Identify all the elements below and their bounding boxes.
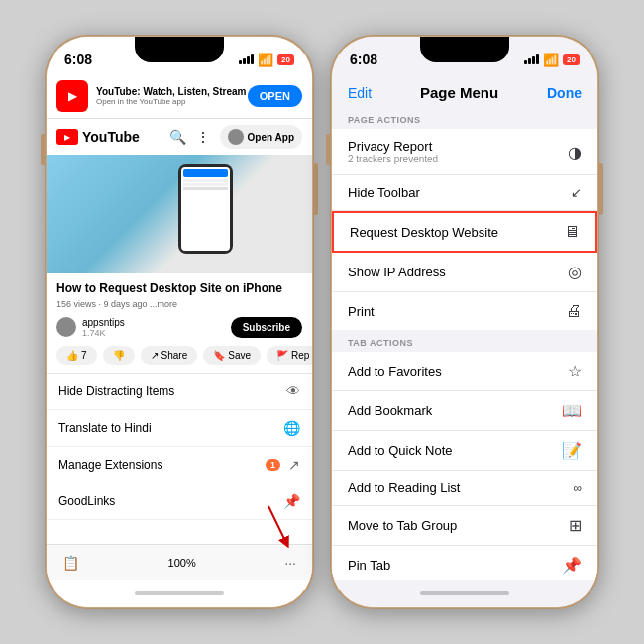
yt-banner-sub: Open in the YouTube app <box>96 97 247 106</box>
page-menu-header: Edit Page Menu Done <box>332 74 597 107</box>
note-icon: 📝 <box>562 441 582 460</box>
page-menu-title: Page Menu <box>420 84 498 101</box>
privacy-report-row[interactable]: Privacy Report 2 trackers prevented ◑ <box>332 129 597 175</box>
home-indicator-right <box>332 580 597 607</box>
pin-icon: 📌 <box>562 556 582 575</box>
list-icon[interactable]: 📋 <box>62 555 79 571</box>
request-desktop-row[interactable]: Request Desktop Website 🖥 <box>332 211 597 253</box>
status-icons-left: 📶 20 <box>239 53 294 67</box>
notch-right <box>420 37 509 62</box>
channel-row: appsntips 1.74K Subscribe <box>47 313 312 342</box>
thumbs-up-icon: 👍 <box>66 350 78 361</box>
star-icon: ☆ <box>568 362 582 380</box>
tab-actions-label: TAB ACTIONS <box>332 330 597 352</box>
privacy-icon: ◑ <box>568 143 582 161</box>
channel-name: appsntips <box>82 317 125 328</box>
video-title: How to Request Desktop Site on iPhone <box>56 281 302 297</box>
add-bookmark-row[interactable]: Add Bookmark 📖 <box>332 391 597 431</box>
arrow-indicator <box>259 501 298 551</box>
channel-avatar <box>56 317 76 337</box>
more-icon[interactable]: ⋮ <box>196 129 210 145</box>
like-button[interactable]: 👍 7 <box>56 346 97 365</box>
yt-header: YouTube 🔍 ⋮ Open App <box>47 119 312 155</box>
bottom-bar: 📋 100% ··· <box>47 544 312 580</box>
pin-tab-row[interactable]: Pin Tab 📌 <box>332 546 597 580</box>
open-app-button[interactable]: Open App <box>220 125 302 149</box>
action-row: 👍 7 👎 ↗ Share 🔖 Save 🚩 <box>47 342 312 369</box>
reading-icon: ∞ <box>573 482 582 495</box>
toolbar-icon: ↙ <box>571 185 582 200</box>
open-app-label: Open App <box>248 132 294 143</box>
status-icons-right: 📶 20 <box>524 53 580 67</box>
translate-icon: 🌐 <box>283 420 300 436</box>
bookmark-icon: 📖 <box>562 401 582 420</box>
youtube-screen: YouTube: Watch, Listen, Stream Open in t… <box>47 74 312 607</box>
tab-group-row[interactable]: Move to Tab Group ⊞ <box>332 506 597 546</box>
tab-group-icon: ⊞ <box>569 516 582 535</box>
hide-distracting-item[interactable]: Hide Distracting Items 👁 <box>47 374 312 410</box>
flag-icon: 🚩 <box>276 350 288 361</box>
yt-banner-title: YouTube: Watch, Listen, Stream <box>96 86 247 97</box>
open-button[interactable]: OPEN <box>248 85 302 107</box>
home-indicator <box>47 580 312 607</box>
status-bar-left: 6:08 📶 20 <box>47 37 312 74</box>
edit-button[interactable]: Edit <box>348 85 372 101</box>
scene: 6:08 📶 20 <box>35 25 609 619</box>
tab-actions-list: Add to Favorites ☆ Add Bookmark 📖 Add to… <box>332 352 597 580</box>
page-actions-list: Privacy Report 2 trackers prevented ◑ Hi… <box>332 129 597 330</box>
battery-badge-right: 20 <box>563 54 580 65</box>
thumb-phone-screen <box>181 167 230 251</box>
zoom-percent: 100% <box>168 557 196 569</box>
manage-extensions-item[interactable]: Manage Extensions 1 ↗ <box>47 447 312 483</box>
status-bar-right: 6:08 📶 20 <box>332 37 597 74</box>
wifi-icon-right: 📶 <box>543 53 559 67</box>
svg-line-1 <box>268 506 286 543</box>
add-quick-note-row[interactable]: Add to Quick Note 📝 <box>332 431 597 471</box>
eye-icon: 👁 <box>286 383 300 399</box>
thumb-phone <box>178 164 233 254</box>
save-button[interactable]: 🔖 Save <box>203 346 261 365</box>
right-phone: 6:08 📶 20 Edit Page Menu <box>330 35 599 609</box>
hide-toolbar-row[interactable]: Hide Toolbar ↙ <box>332 175 597 211</box>
reading-list-row[interactable]: Add to Reading List ∞ <box>332 471 597 506</box>
battery-badge: 20 <box>277 54 294 65</box>
yt-logo: YouTube <box>56 129 140 145</box>
avatar-icon <box>228 129 244 145</box>
add-favorites-row[interactable]: Add to Favorites ☆ <box>332 352 597 391</box>
wifi-icon: 📶 <box>258 53 273 67</box>
time-left: 6:08 <box>64 52 92 67</box>
report-button[interactable]: 🚩 Rep <box>267 346 312 365</box>
print-row[interactable]: Print 🖨 <box>332 292 597 330</box>
share-button[interactable]: ↗ Share <box>141 346 198 365</box>
yt-app-banner: YouTube: Watch, Listen, Stream Open in t… <box>47 74 312 119</box>
yt-header-icons: 🔍 ⋮ Open App <box>169 125 302 149</box>
thumbs-down-icon: 👎 <box>113 350 125 361</box>
print-icon: 🖨 <box>566 302 582 320</box>
more-dots-icon[interactable]: ··· <box>284 555 296 571</box>
channel-subs: 1.74K <box>82 328 125 338</box>
notch <box>135 37 224 62</box>
yt-logo-text: YouTube <box>82 129 140 145</box>
subscribe-button[interactable]: Subscribe <box>231 317 302 338</box>
search-icon[interactable]: 🔍 <box>169 129 186 145</box>
page-actions-label: PAGE ACTIONS <box>332 107 597 129</box>
video-thumbnail[interactable] <box>47 155 312 273</box>
yt-app-icon <box>56 80 88 112</box>
video-info: How to Request Desktop Site on iPhone 15… <box>47 273 312 313</box>
bookmark-icon: 🔖 <box>213 350 225 361</box>
time-right: 6:08 <box>350 52 377 67</box>
page-menu-scroll: PAGE ACTIONS Privacy Report 2 trackers p… <box>332 107 597 580</box>
video-meta: 156 views · 9 days ago ...more <box>56 299 302 309</box>
signal-icon <box>239 54 254 64</box>
dislike-button[interactable]: 👎 <box>103 346 135 365</box>
show-ip-row[interactable]: Show IP Address ◎ <box>332 253 597 292</box>
done-button[interactable]: Done <box>547 85 582 101</box>
page-actions-section: PAGE ACTIONS Privacy Report 2 trackers p… <box>332 107 597 330</box>
extensions-icon: ↗ <box>288 457 300 473</box>
tab-actions-section: TAB ACTIONS Add to Favorites ☆ Add Bookm… <box>332 330 597 580</box>
extensions-badge: 1 <box>266 459 280 471</box>
signal-icon-right <box>524 54 539 64</box>
share-icon: ↗ <box>151 350 159 361</box>
translate-item[interactable]: Translate to Hindi 🌐 <box>47 410 312 447</box>
ip-icon: ◎ <box>568 263 582 281</box>
